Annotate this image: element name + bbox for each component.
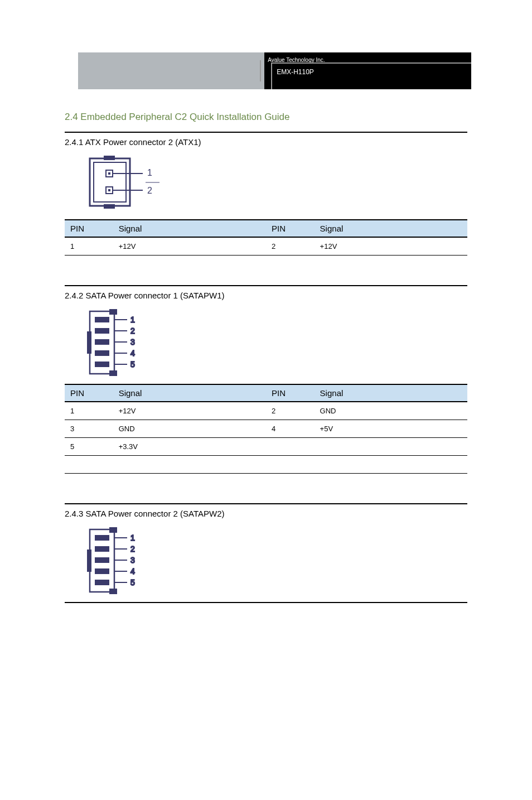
pinout-table-2: PIN Signal PIN Signal 1 +12V 2 GND 3 GND… xyxy=(65,384,467,491)
cell xyxy=(266,256,315,273)
cell: 3 xyxy=(65,420,113,438)
svg-text:3: 3 xyxy=(130,556,135,565)
svg-rect-18 xyxy=(95,328,109,334)
svg-text:1: 1 xyxy=(130,315,135,324)
header-divider xyxy=(260,60,261,81)
connector-2pin-icon: 1 2 xyxy=(87,156,171,211)
svg-rect-14 xyxy=(109,309,117,315)
table-row: 1 +12V 2 +12V xyxy=(65,237,467,256)
table-row: 3 GND 4 +5V xyxy=(65,420,467,438)
connector-diagram-5pin-2: 1 2 3 4 5 xyxy=(65,521,467,602)
svg-text:4: 4 xyxy=(130,349,135,358)
svg-rect-17 xyxy=(95,317,109,322)
svg-rect-0 xyxy=(90,158,130,206)
cell xyxy=(65,256,113,273)
section-3: 2.4.3 SATA Power connector 2 (SATAPW2) 1… xyxy=(65,503,467,603)
svg-rect-21 xyxy=(95,362,109,367)
cell: 1 xyxy=(65,237,113,256)
svg-text:2: 2 xyxy=(130,544,135,553)
svg-rect-19 xyxy=(95,339,109,345)
svg-rect-3 xyxy=(104,204,115,209)
cell: +12V xyxy=(113,402,266,420)
page-root: Avalue Technology Inc. EMX-H110P 2.4 Emb… xyxy=(0,52,532,603)
page-header: Avalue Technology Inc. EMX-H110P xyxy=(78,52,471,89)
cell xyxy=(65,456,113,474)
svg-rect-40 xyxy=(95,580,109,585)
cell: 2 xyxy=(266,237,315,256)
cell xyxy=(266,474,315,491)
cell: 5 xyxy=(65,438,113,456)
svg-text:1: 1 xyxy=(130,533,135,542)
cell: +3.3V xyxy=(113,438,266,456)
svg-text:1: 1 xyxy=(147,168,152,177)
col-signal-b: Signal xyxy=(315,220,467,237)
table-row: 1 +12V 2 GND xyxy=(65,402,467,420)
table-row xyxy=(65,474,467,491)
cell: GND xyxy=(315,402,467,420)
col-pin-b: PIN xyxy=(266,384,315,402)
svg-rect-38 xyxy=(95,557,109,563)
connector-diagram-5pin-1: 1 2 3 4 5 xyxy=(65,302,467,384)
header-model: EMX-H110P xyxy=(277,68,314,76)
svg-rect-5 xyxy=(108,172,110,175)
table-row xyxy=(65,256,467,273)
svg-rect-39 xyxy=(95,568,109,574)
cell xyxy=(266,438,315,456)
col-pin: PIN xyxy=(65,384,113,402)
cell: +12V xyxy=(315,237,467,256)
cell xyxy=(113,256,266,273)
chapter-title: 2.4 Embedded Peripheral C2 Quick Install… xyxy=(65,112,532,123)
connector-diagram-2pin: 1 2 xyxy=(65,149,467,219)
svg-rect-35 xyxy=(87,550,91,572)
svg-text:5: 5 xyxy=(130,578,135,587)
svg-rect-33 xyxy=(109,527,117,533)
section-1-title: 2.4.1 ATX Power connector 2 (ATX1) xyxy=(65,137,467,147)
section-2: 2.4.2 SATA Power connector 1 (SATAPW1) 1… xyxy=(65,285,467,491)
header-right-panel: Avalue Technology Inc. EMX-H110P xyxy=(264,52,471,89)
header-left-panel xyxy=(78,52,264,89)
cell xyxy=(315,456,467,474)
col-signal: Signal xyxy=(113,384,266,402)
cell xyxy=(315,438,467,456)
cell xyxy=(113,456,266,474)
cell: 1 xyxy=(65,402,113,420)
col-pin-b: PIN xyxy=(266,220,315,237)
svg-rect-37 xyxy=(95,546,109,552)
col-signal: Signal xyxy=(113,220,266,237)
cell: 2 xyxy=(266,402,315,420)
cell xyxy=(315,256,467,273)
cell xyxy=(315,474,467,491)
svg-text:2: 2 xyxy=(130,326,135,335)
connector-5pin-icon: 1 2 3 4 5 xyxy=(87,309,154,376)
cell xyxy=(113,474,266,491)
pinout-table-1: PIN Signal PIN Signal 1 +12V 2 +12V xyxy=(65,219,467,273)
header-inner-border xyxy=(271,62,471,89)
svg-rect-34 xyxy=(109,589,117,594)
svg-rect-16 xyxy=(87,331,91,354)
cell: +12V xyxy=(113,237,266,256)
cell xyxy=(266,456,315,474)
svg-rect-2 xyxy=(104,156,115,160)
connector-5pin-icon: 1 2 3 4 5 xyxy=(87,527,154,594)
svg-text:5: 5 xyxy=(130,360,135,369)
svg-text:2: 2 xyxy=(147,186,152,195)
cell xyxy=(65,474,113,491)
svg-text:3: 3 xyxy=(130,338,135,346)
section-3-title: 2.4.3 SATA Power connector 2 (SATAPW2) xyxy=(65,509,467,518)
col-signal-b: Signal xyxy=(315,384,467,402)
svg-rect-15 xyxy=(109,370,117,376)
col-pin: PIN xyxy=(65,220,113,237)
svg-text:4: 4 xyxy=(130,567,135,576)
cell: +5V xyxy=(315,420,467,438)
svg-rect-36 xyxy=(95,535,109,541)
table-row xyxy=(65,456,467,474)
svg-rect-1 xyxy=(94,162,126,202)
svg-rect-20 xyxy=(95,350,109,356)
cell: 4 xyxy=(266,420,315,438)
table-row: 5 +3.3V xyxy=(65,438,467,456)
svg-rect-7 xyxy=(108,189,110,191)
cell: GND xyxy=(113,420,266,438)
section-1: 2.4.1 ATX Power connector 2 (ATX1) 1 2 P… xyxy=(65,132,467,273)
section-2-title: 2.4.2 SATA Power connector 1 (SATAPW1) xyxy=(65,291,467,300)
